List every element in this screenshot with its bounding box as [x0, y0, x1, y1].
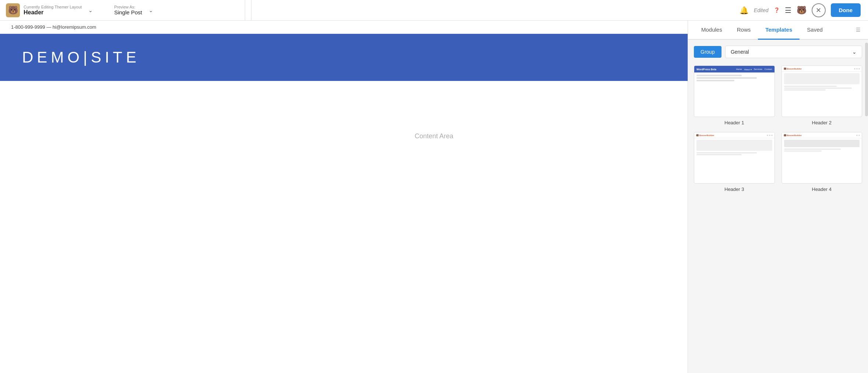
panel-body: Group General ⌄ WordPress Beta HomeAbout… [688, 40, 868, 373]
preview-label: Preview As: [114, 5, 142, 9]
template-item-3: 🐻 BeaverBuilder [694, 132, 775, 192]
topbar: 🐻 Currently Editing Themer Layout Header… [0, 0, 868, 21]
template-grid: WordPress Beta HomeAbout ▾ServicesContac… [694, 65, 862, 192]
topbar-editing-info: Currently Editing Themer Layout Header [24, 5, 82, 16]
panel-tabs: Modules Rows Templates Saved ☰ [688, 21, 868, 40]
tab-modules[interactable]: Modules [694, 21, 730, 40]
select-chevron-icon: ⌄ [852, 49, 857, 55]
close-button[interactable]: ✕ [812, 3, 826, 17]
edited-status: Edited [754, 7, 769, 13]
panel-scrollbar[interactable] [865, 43, 868, 116]
site-logo-text: DEMO|SITE [22, 49, 140, 66]
filter-row: Group General ⌄ [694, 46, 862, 58]
template-thumb-3[interactable]: 🐻 BeaverBuilder [694, 132, 775, 184]
tab-rows[interactable]: Rows [730, 21, 758, 40]
template-thumb-4[interactable]: 🐻 BeaverBuilder [781, 132, 862, 184]
preview-selector: Preview As: Single Post ⌄ [105, 0, 245, 20]
tab-saved[interactable]: Saved [800, 21, 830, 40]
topbar-right: 🔔 Edited ❓ ☰ 🐻 ✕ Done [732, 3, 868, 17]
preview-value: Single Post [114, 9, 142, 15]
template-label-2: Header 2 [781, 120, 862, 125]
topbar-left: 🐻 Currently Editing Themer Layout Header… [0, 0, 251, 20]
template-label-3: Header 3 [694, 186, 775, 192]
menu-lines-icon[interactable]: ☰ [785, 6, 791, 15]
editing-name: Header [24, 9, 82, 16]
notification-bell-icon[interactable]: 🔔 [740, 6, 749, 15]
template-label-4: Header 4 [781, 186, 862, 192]
canvas: 1-800-999-9999 — hi@loremipsum.com DEMO|… [0, 21, 868, 373]
history-icon[interactable]: 🐻 [797, 6, 807, 15]
editing-label: Currently Editing Themer Layout [24, 5, 82, 9]
template-item-2: 🐻 BeaverBuilder [781, 65, 862, 125]
template-label-1: Header 1 [694, 120, 775, 125]
tab-templates[interactable]: Templates [758, 21, 800, 40]
group-button[interactable]: Group [694, 46, 721, 58]
general-select[interactable]: General ⌄ [725, 46, 862, 58]
help-icon[interactable]: ❓ [774, 7, 780, 13]
editing-dropdown[interactable]: ⌄ [85, 7, 96, 13]
logo-bear-icon: 🐻 [6, 3, 20, 17]
done-button[interactable]: Done [831, 3, 861, 17]
panel-side-icon[interactable]: ☰ [854, 21, 862, 39]
template-thumb-2[interactable]: 🐻 BeaverBuilder [781, 65, 862, 117]
templates-panel: Modules Rows Templates Saved ☰ Group Gen… [688, 21, 868, 373]
template-item-4: 🐻 BeaverBuilder Header 4 [781, 132, 862, 192]
template-thumb-1[interactable]: WordPress Beta HomeAbout ▾ServicesContac… [694, 65, 775, 117]
preview-dropdown-arrow[interactable]: ⌄ [146, 7, 156, 13]
template-item-1: WordPress Beta HomeAbout ▾ServicesContac… [694, 65, 775, 125]
